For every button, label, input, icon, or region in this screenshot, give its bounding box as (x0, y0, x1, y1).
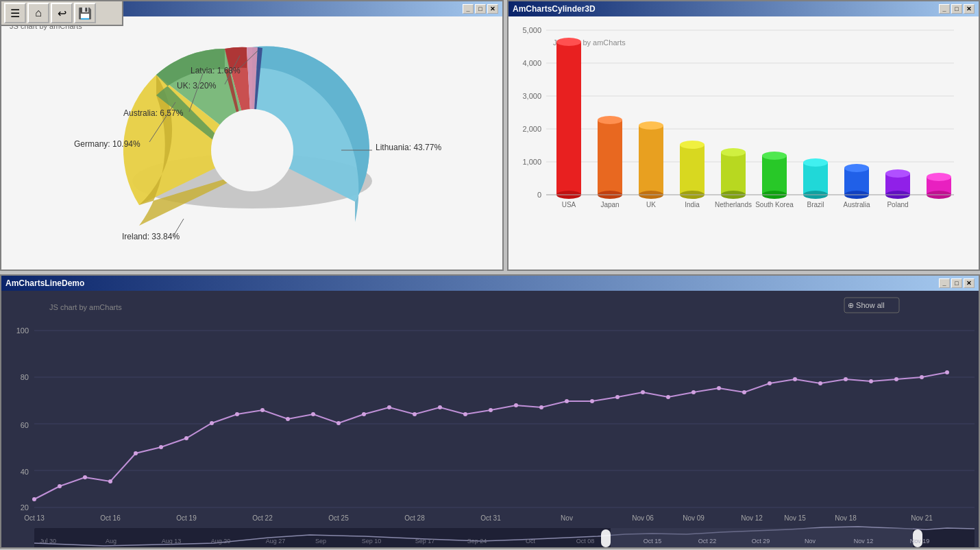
scroll-label-oct15: Oct 15 (644, 538, 662, 545)
label-germany: Germany: 10.94% (74, 139, 140, 149)
xlabel-nov15: Nov 15 (784, 514, 806, 522)
y-label-5000: 5,000 (522, 26, 541, 34)
scroll-label-oct29: Oct 29 (752, 538, 770, 545)
data-point (235, 412, 239, 416)
cyl-window-title: AmChartsCylinder3D (513, 4, 596, 14)
data-point (615, 395, 620, 399)
scrollbar-left-handle[interactable] (601, 529, 611, 547)
line-chart-window: AmChartsLineDemo _ □ ✕ JS chart by amCha… (0, 274, 980, 549)
y-60: 60 (21, 421, 29, 429)
data-point (336, 421, 341, 425)
data-point (413, 412, 417, 416)
cyl-label-usa: USA (562, 201, 576, 208)
svg-point-24 (680, 141, 705, 149)
data-point (210, 421, 214, 425)
data-point (463, 412, 467, 416)
data-point (641, 390, 645, 394)
cyl-label-southkorea: South Korea (755, 201, 794, 208)
data-point (514, 403, 518, 407)
pie-minimize-button[interactable]: _ (463, 4, 474, 14)
svg-point-27 (721, 148, 746, 156)
y-label-0: 0 (537, 191, 541, 199)
y-20: 20 (21, 503, 29, 512)
pie-chart-svg: Lithuania: 43.77% Ireland: 33.84% German… (19, 27, 485, 260)
xlabel-oct22: Oct 22 (252, 514, 273, 522)
svg-rect-14 (556, 42, 581, 195)
scroll-label-nov12: Nov 12 (854, 538, 874, 545)
scroll-label-aug27: Aug 27 (266, 538, 286, 545)
xlabel-nov12: Nov 12 (741, 514, 763, 522)
line-credit: JS chart by amCharts (49, 303, 122, 311)
y-100: 100 (16, 326, 29, 335)
svg-rect-45 (1, 291, 979, 547)
xlabel-nov: Nov (561, 514, 573, 522)
pie-close-button[interactable]: ✕ (487, 4, 498, 14)
scroll-label-sep24: Sep 24 (467, 538, 487, 545)
home-button[interactable]: ⌂ (27, 3, 49, 23)
line-maximize-button[interactable]: □ (951, 278, 962, 288)
svg-point-39 (885, 169, 910, 178)
data-point (717, 386, 721, 390)
scroll-label-aug20: Aug 20 (211, 538, 231, 545)
data-point (387, 405, 391, 409)
xlabel-nov06: Nov 06 (632, 514, 654, 522)
label-uk: UK: 3.20% (177, 81, 217, 91)
svg-point-36 (844, 164, 869, 172)
cyl-chart-body: 0 1,000 2,000 3,000 4,000 5,000 JS chart… (509, 16, 979, 270)
pie-container: Lithuania: 43.77% Ireland: 33.84% German… (1, 16, 502, 270)
scroll-label-oct08: Oct 08 (576, 538, 595, 545)
xlabel-oct31: Oct 31 (480, 514, 501, 522)
menu-button[interactable]: ☰ (4, 3, 26, 23)
svg-point-30 (762, 152, 787, 160)
scroll-label-sep17: Sep 17 (415, 538, 435, 545)
data-point (362, 412, 366, 416)
pie-maximize-button[interactable]: □ (475, 4, 486, 14)
scroll-label-jul30: Jul 30 (40, 538, 56, 545)
xlabel-oct25: Oct 25 (328, 514, 349, 522)
data-point (260, 408, 265, 412)
y-label-4000: 4,000 (522, 59, 541, 67)
cyl-label-brazil: Brazil (807, 201, 824, 208)
cyl-label-india: India (685, 201, 700, 208)
show-all-label: ⊕ Show all (848, 301, 885, 309)
svg-rect-20 (639, 125, 663, 195)
svg-point-15 (556, 38, 581, 46)
data-point (489, 408, 493, 412)
cyl-label-uk: UK (646, 201, 656, 208)
xlabel-nov09: Nov 09 (683, 514, 705, 522)
data-point (184, 436, 188, 440)
svg-point-21 (639, 121, 663, 130)
cyl-minimize-button[interactable]: _ (939, 4, 950, 14)
xlabel-oct19: Oct 19 (176, 514, 197, 522)
cyl-window-controls: _ □ ✕ (939, 4, 975, 14)
pie-chart-body: JS chart by amCharts (1, 16, 502, 270)
line-window-titlebar[interactable]: AmChartsLineDemo _ □ ✕ (1, 276, 979, 291)
data-point (869, 379, 873, 383)
data-point (590, 399, 594, 403)
cyl-close-button[interactable]: ✕ (964, 4, 975, 14)
data-point (945, 370, 949, 374)
data-point (666, 395, 670, 399)
save-button[interactable]: 💾 (74, 3, 96, 23)
xlabel-oct13: Oct 13 (24, 514, 45, 522)
y-40: 40 (21, 468, 29, 476)
back-button[interactable]: ↩ (51, 3, 73, 23)
xlabel-nov18: Nov 18 (835, 514, 857, 522)
scroll-label-nov: Nov (805, 538, 816, 545)
scroll-label-oct: Oct (526, 538, 536, 545)
data-point (134, 451, 138, 455)
label-australia: Australia: 6.57% (123, 108, 184, 118)
cyl-window-titlebar[interactable]: AmChartsCylinder3D _ □ ✕ (509, 1, 979, 16)
y-label-1000: 1,000 (522, 158, 541, 166)
data-point (539, 405, 543, 409)
data-point (691, 390, 696, 394)
cyl-label-australia: Australia (844, 201, 870, 208)
data-point (159, 445, 163, 449)
xlabel-oct28: Oct 28 (404, 514, 425, 522)
data-point (438, 405, 442, 409)
scroll-label-sep: Sep (315, 538, 326, 545)
cyl-maximize-button[interactable]: □ (951, 4, 962, 14)
line-minimize-button[interactable]: _ (939, 278, 950, 288)
svg-rect-26 (721, 152, 746, 195)
line-close-button[interactable]: ✕ (964, 278, 975, 288)
